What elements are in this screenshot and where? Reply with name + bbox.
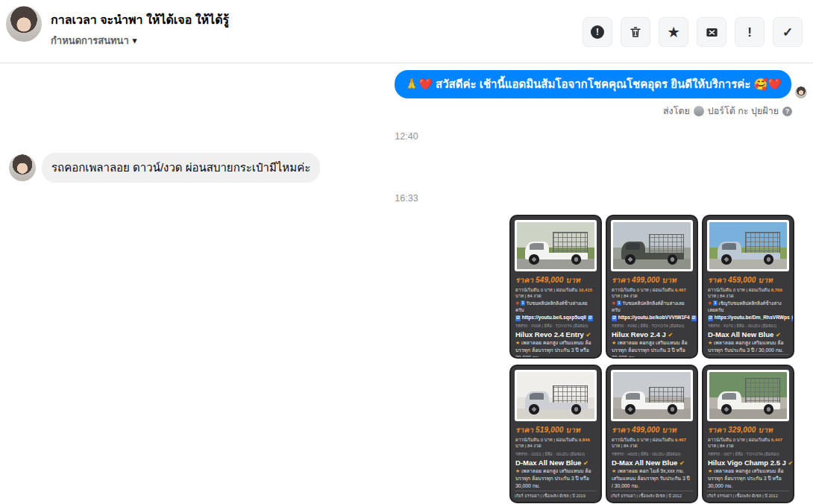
report-button[interactable]: ! xyxy=(583,17,612,47)
features-line: ★ เพลาลอย คอกสูง เสริมแหนบ ล้อบรรทุก ล้อ… xyxy=(515,339,596,359)
sent-by-line: ส่งโดย ปอร์โต้ กะ ปุยฝ้าย ? xyxy=(663,104,792,119)
model-name: D-Max All New Blue ✔ xyxy=(612,459,692,467)
received-message-bubble[interactable]: รถคอกเพลาลอย ดาวน์/งวด ผ่อนสบายกระเป๋ามี… xyxy=(42,153,320,183)
truck-illustration xyxy=(718,233,779,265)
contact-avatar-small[interactable] xyxy=(9,154,36,181)
conversation-schedule-dropdown[interactable]: กำหนดการสนทนา ▾ xyxy=(51,33,136,48)
check-icon: ✔ xyxy=(788,460,794,467)
header-action-toolbar: ! ★ ! ✓ xyxy=(583,17,803,47)
delete-button[interactable] xyxy=(621,17,650,47)
finance-line: ดาวน์เริ่มต้น 0 บาท | ผ่อนเริ่มต้น 9,846… xyxy=(515,437,596,450)
star-icon: ★ xyxy=(668,26,679,39)
car-photo xyxy=(707,370,789,421)
price: ราคา 549,000 บาท xyxy=(515,274,596,286)
check-badge-icon: ☑ xyxy=(691,315,697,321)
check-icon: ✔ xyxy=(583,460,588,467)
truck-illustration xyxy=(621,383,683,415)
check-icon: ✔ xyxy=(668,332,674,338)
model-name: Hilux Revo 2.4 Entry ✔ xyxy=(515,330,596,338)
finance-line: ดาวน์เริ่มต้น 0 บาท | ผ่อนเริ่มต้น 8,700… xyxy=(708,287,788,300)
help-icon[interactable]: ? xyxy=(782,107,792,116)
car-listing-card[interactable]: ราคา 329,000 บาท ดาวน์เริ่มต้น 0 บาท | ผ… xyxy=(702,365,794,503)
price: ราคา 329,000 บาท xyxy=(708,424,788,435)
timestamp: 12:40 xyxy=(0,131,813,142)
blue-badge-icon: 1 xyxy=(713,300,718,306)
price: ราคา 499,000 บาท xyxy=(612,424,692,435)
youtube-link[interactable]: ☑ https://youtu.be/Lsqxp5uqII ☑ xyxy=(515,314,596,321)
truck-illustration xyxy=(525,233,587,265)
timestamp: 16:33 xyxy=(0,193,813,204)
car-code-line: รหัสรถ : G021 | ยี่ห้อ : ISUZU (มือสอง) xyxy=(515,451,596,457)
check-badge-icon: ☑ xyxy=(791,315,794,321)
check-icon: ✔ xyxy=(586,332,591,338)
price: ราคา 519,000 บาท xyxy=(515,424,596,435)
blue-badge-icon: 1 xyxy=(521,300,525,306)
check-icon: ✓ xyxy=(782,26,793,39)
finance-line: ดาวน์เริ่มต้น 0 บาท | ผ่อนเริ่มต้น 10,41… xyxy=(515,287,596,300)
car-listing-card[interactable]: ราคา 459,000 บาท ดาวน์เริ่มต้น 0 บาท | ผ… xyxy=(702,215,794,359)
check-badge-icon: ☑ xyxy=(612,315,617,321)
truck-illustration xyxy=(621,233,683,265)
conversation-header: กาลเวลา จะนำพา ให้ได้เจอ ให้ได้รู้ กำหนด… xyxy=(0,0,813,63)
price: ราคา 499,000 บาท xyxy=(612,274,692,286)
star-icon: ★ xyxy=(612,340,616,345)
card-footer: เกียร์ ธรรมดา | เชื้อเพลิง ดีเซล | ปี 20… xyxy=(611,491,693,500)
report-icon: ! xyxy=(591,25,604,39)
sent-message-row: 🙏❤️ สวัสดีค่ะ เช้านี้แอดมินส้มโอจากโชคคุ… xyxy=(395,70,807,98)
finance-line: ดาวน์เริ่มต้น 0 บาท | ผ่อนเริ่มต้น 9,467… xyxy=(612,437,692,450)
car-code-line: รหัสรถ : F090 | ยี่ห้อ : TOYOTA (มือสอง) xyxy=(612,323,692,329)
car-photo xyxy=(707,220,789,271)
price: ราคา 459,000 บาท xyxy=(708,274,788,286)
contact-name: กาลเวลา จะนำพา ให้ได้เจอ ให้ได้รู้ xyxy=(51,10,229,29)
youtube-link[interactable]: ☑ https://youtu.be/kobVVVtW1F4 ☑ xyxy=(612,314,692,321)
car-photo xyxy=(611,220,693,271)
model-name: Hilux Revo 2.4 J ✔ xyxy=(612,330,692,338)
trash-icon xyxy=(629,25,642,39)
card-footer: เกียร์ ธรรมดา | เชื้อเพลิง ดีเซล | ปี 20… xyxy=(515,491,597,500)
sent-message-bubble[interactable]: 🙏❤️ สวัสดีค่ะ เช้านี้แอดมินส้มโอจากโชคคุ… xyxy=(395,70,791,98)
car-code-line: รหัสรถ : H005 | ยี่ห้อ : ISUZU (มือสอง) xyxy=(612,451,692,457)
star-icon: ★ xyxy=(515,468,520,473)
card-footer: เกียร์ ธรรมดา | เชื้อเพลิง ดีเซล | ปี 20… xyxy=(707,491,789,500)
car-code-line: รหัสรถ : F070 | ยี่ห้อ : ISUZU (มือสอง) xyxy=(708,323,788,329)
received-message-row: รถคอกเพลาลอย ดาวน์/งวด ผ่อนสบายกระเป๋ามี… xyxy=(9,153,320,183)
blue-badge-icon: 1 xyxy=(617,300,621,306)
sender-avatar xyxy=(694,106,704,116)
sender-name: ปอร์โต้ กะ ปุยฝ้าย xyxy=(708,104,779,119)
chevron-down-icon: ▾ xyxy=(133,36,137,45)
check-icon: ✔ xyxy=(776,332,781,338)
promo-line: ✳ 1 เชิญรับชมคลิปคลิกลิงค์ข้างล่างเลยครั… xyxy=(708,300,788,314)
schedule-label: กำหนดการสนทนา xyxy=(51,33,129,48)
car-listing-card[interactable]: ราคา 499,000 บาท ดาวน์เริ่มต้น 0 บาท | ผ… xyxy=(606,215,698,359)
seen-avatar xyxy=(795,86,807,98)
features-line: ★ เพลาลอย คอก ไมล์ 9x,xxx กม. เสริมแหนบ … xyxy=(612,467,692,490)
promo-line: ✳ 1 รับชมคลิปคลิกลิงค์ด้านล่างเลยครับ xyxy=(612,300,692,314)
mark-unread-button[interactable] xyxy=(697,17,726,47)
sent-by-label: ส่งโดย xyxy=(663,104,690,119)
features-line: ★ เพลาลอย คอกสูง เสริมแหนบ ล้อบรรทุก รับ… xyxy=(708,339,788,354)
car-listing-card[interactable]: ราคา 549,000 บาท ดาวน์เริ่มต้น 0 บาท | ผ… xyxy=(509,215,602,359)
truck-illustration xyxy=(525,383,587,415)
youtube-link[interactable]: ☑ https://youtu.be/Dm_RhsVRWps ☑ xyxy=(708,314,788,321)
features-line: ★ เพลาลอย คอกสูง เสริมแหนบ ล้อบรรทุก ล้อ… xyxy=(612,339,692,359)
flag-important-button[interactable]: ! xyxy=(735,17,765,47)
star-button[interactable]: ★ xyxy=(659,17,688,47)
promo-line: ✳ 1 รับชมคลิปคลิกลิงค์ข้างล่างเลยครับ xyxy=(515,300,596,314)
star-icon: ★ xyxy=(612,468,616,473)
car-listing-card[interactable]: ราคา 519,000 บาท ดาวน์เริ่มต้น 0 บาท | ผ… xyxy=(509,365,602,503)
asterisk-icon: ✳ xyxy=(612,300,615,306)
features-line: ★ เพลาลอย คอกสูง เสริมแหนบ ล้อบรรทุก ล้อ… xyxy=(515,467,596,490)
truck-illustration xyxy=(718,383,779,415)
car-photo xyxy=(611,370,693,421)
car-listing-card[interactable]: ราคา 499,000 บาท ดาวน์เริ่มต้น 0 บาท | ผ… xyxy=(606,365,698,503)
mark-done-button[interactable]: ✓ xyxy=(773,17,803,47)
model-name: D-Max All New Blue ✔ xyxy=(515,459,596,467)
contact-avatar[interactable] xyxy=(6,6,42,42)
check-icon: ✔ xyxy=(679,460,685,467)
card-footer: เกียร์ ธรรมดา | เชื้อเพลิง ดีเซล | ปี 20… xyxy=(707,354,789,359)
unread-envelope-icon xyxy=(705,25,719,40)
finance-line: ดาวน์เริ่มต้น 0 บาท | ผ่อนเริ่มต้น 9,467… xyxy=(612,287,692,300)
star-icon: ★ xyxy=(708,468,712,473)
car-code-line: รหัสรถ : F008 | ยี่ห้อ : TOYOTA (มือสอง) xyxy=(515,323,596,329)
car-code-line: รหัสรถ : I007 | ยี่ห้อ : TOYOTA (มือสอง) xyxy=(708,451,788,457)
